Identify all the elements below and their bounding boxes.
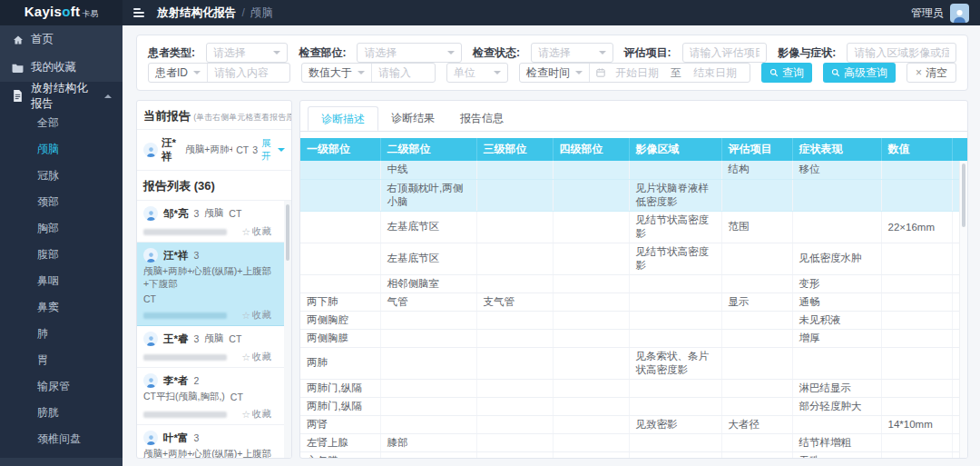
cell-level3[interactable] [476, 274, 553, 292]
favorite-button[interactable]: ☆ 收藏 [241, 351, 271, 363]
cell-symptom[interactable]: 变形 [792, 274, 881, 292]
sidebar-item-structured-report[interactable]: 放射结构化报告 [0, 82, 122, 110]
cell-level4[interactable] [553, 451, 629, 459]
cell-level4[interactable] [553, 379, 629, 397]
cell-level3[interactable] [476, 329, 553, 347]
cell-eval-item[interactable] [721, 379, 792, 397]
cell-level1[interactable] [300, 179, 380, 211]
cell-level2[interactable] [380, 415, 476, 433]
cell-value[interactable] [881, 179, 952, 211]
search-button[interactable]: 查询 [761, 63, 812, 83]
cell-level4[interactable] [553, 329, 629, 347]
sidebar-subitem[interactable]: 膀胱 [0, 400, 122, 426]
cell-level4[interactable] [553, 397, 629, 415]
cell-level2[interactable]: 中线 [380, 161, 476, 179]
cell-value[interactable] [881, 397, 952, 415]
favorite-button[interactable]: ☆ 收藏 [241, 225, 271, 238]
cell-level3[interactable] [476, 379, 553, 397]
sidebar-subitem[interactable]: 颅脑 [0, 136, 122, 163]
patient-id-input[interactable] [208, 64, 289, 82]
sidebar-subitem[interactable]: 腹部 [0, 242, 122, 268]
cell-level3[interactable] [476, 161, 553, 179]
sidebar-subitem[interactable]: 胃 [0, 347, 122, 373]
cell-value[interactable]: 22×16mm [881, 211, 952, 243]
patient-id-select[interactable]: 患者ID [149, 64, 207, 82]
cell-image-region[interactable]: 见片状脑脊液样低密度影 [629, 179, 721, 211]
cell-value[interactable] [881, 274, 952, 292]
cell-level4[interactable] [553, 274, 629, 292]
cell-symptom[interactable]: 未见积液 [792, 311, 881, 329]
cell-level1[interactable]: 两侧胸腔 [300, 311, 380, 329]
list-item[interactable]: 叶*富 3 颅脑+两肺+心脏(纵隔)+上腹部+下腹部 CT ☆ 收藏 [137, 425, 284, 458]
value-operator-select[interactable]: 数值大于 [302, 64, 371, 82]
sidebar-subitem[interactable]: 冠脉 [0, 163, 122, 189]
tab[interactable]: 报告信息 [447, 106, 516, 131]
cell-level3[interactable] [476, 433, 553, 451]
cell-image-region[interactable] [629, 379, 721, 397]
collapse-menu-icon[interactable] [133, 8, 144, 17]
clear-button[interactable]: × 清空 [906, 63, 956, 83]
cell-symptom[interactable] [792, 415, 881, 433]
tab[interactable]: 诊断结果 [378, 106, 447, 131]
list-item[interactable]: 王*睿 3 颅脑 CT ☆ 收藏 [137, 326, 284, 368]
cell-level2[interactable]: 右顶颞枕叶,两侧小脑 [380, 179, 476, 211]
image-symptom-input[interactable] [848, 44, 956, 62]
cell-eval-item[interactable]: 结构 [721, 161, 792, 179]
cell-eval-item[interactable] [721, 274, 792, 292]
cell-value[interactable] [881, 347, 952, 379]
cell-symptom[interactable]: 淋巴结显示 [792, 379, 881, 397]
list-scrollbar-thumb[interactable] [286, 204, 289, 261]
cell-image-region[interactable] [629, 329, 721, 347]
cell-eval-item[interactable] [721, 329, 792, 347]
sidebar-subitem[interactable]: 输尿管 [0, 373, 122, 400]
cell-value[interactable] [881, 243, 952, 274]
table-scrollbar[interactable]: ▼ [959, 161, 967, 459]
cell-value[interactable] [881, 311, 952, 329]
cell-image-region[interactable] [629, 161, 721, 179]
cell-level4[interactable] [553, 292, 629, 311]
cell-level2[interactable]: 左基底节区 [380, 243, 476, 274]
cell-level3[interactable] [476, 415, 553, 433]
user-area[interactable]: 管理员 [911, 4, 969, 23]
breadcrumb-root[interactable]: 放射结构化报告 [157, 5, 237, 21]
cell-level2[interactable]: 气管 [380, 292, 476, 311]
cell-level1[interactable]: 两下肺 [300, 292, 380, 311]
cell-symptom[interactable] [792, 347, 881, 379]
cell-level4[interactable] [553, 161, 629, 179]
patient-type-select[interactable]: 请选择 [206, 43, 288, 63]
cell-level1[interactable] [300, 161, 380, 179]
cell-level1[interactable]: 两肺 [300, 347, 380, 379]
cell-level4[interactable] [553, 311, 629, 329]
favorite-button[interactable]: ☆ 收藏 [241, 408, 271, 421]
cell-image-region[interactable] [629, 292, 721, 311]
cell-eval-item[interactable] [721, 397, 792, 415]
cell-level3[interactable] [476, 451, 553, 459]
cell-level1[interactable] [300, 211, 380, 243]
cell-level2[interactable]: 左基底节区 [380, 211, 476, 243]
cell-level1[interactable]: 两肾 [300, 415, 380, 433]
cell-level4[interactable] [553, 433, 629, 451]
cell-image-region[interactable]: 见致密影 [629, 415, 721, 433]
exam-status-select[interactable]: 请选择 [531, 43, 612, 63]
eval-item-input[interactable] [683, 44, 767, 62]
cell-value[interactable] [881, 292, 952, 311]
cell-symptom[interactable]: 见低密度水肿 [792, 243, 881, 274]
cell-eval-item[interactable]: 范围 [721, 211, 792, 243]
sidebar-subitem[interactable]: 全部 [0, 110, 122, 136]
cell-level4[interactable] [553, 347, 629, 379]
cell-level3[interactable] [476, 211, 553, 243]
cell-level3[interactable] [476, 311, 553, 329]
cell-eval-item[interactable]: 显示 [721, 292, 792, 311]
list-item[interactable]: 李*者 2 CT平扫(颅脑,胸部,) CT ☆ 收藏 [137, 368, 284, 425]
cell-level3[interactable] [476, 243, 553, 274]
expand-link[interactable]: 展开 [261, 137, 285, 163]
cell-eval-item[interactable] [721, 451, 792, 459]
cell-level4[interactable] [553, 211, 629, 243]
sidebar-item-favorites[interactable]: 我的收藏 [0, 54, 122, 82]
sidebar-item-home[interactable]: 首页 [0, 25, 122, 54]
cell-image-region[interactable] [629, 311, 721, 329]
list-scrollbar[interactable] [284, 201, 291, 458]
sidebar-subitem[interactable]: 鼻窦 [0, 294, 122, 321]
user-avatar[interactable] [950, 4, 969, 23]
sidebar-subitem[interactable]: 胸部 [0, 215, 122, 242]
